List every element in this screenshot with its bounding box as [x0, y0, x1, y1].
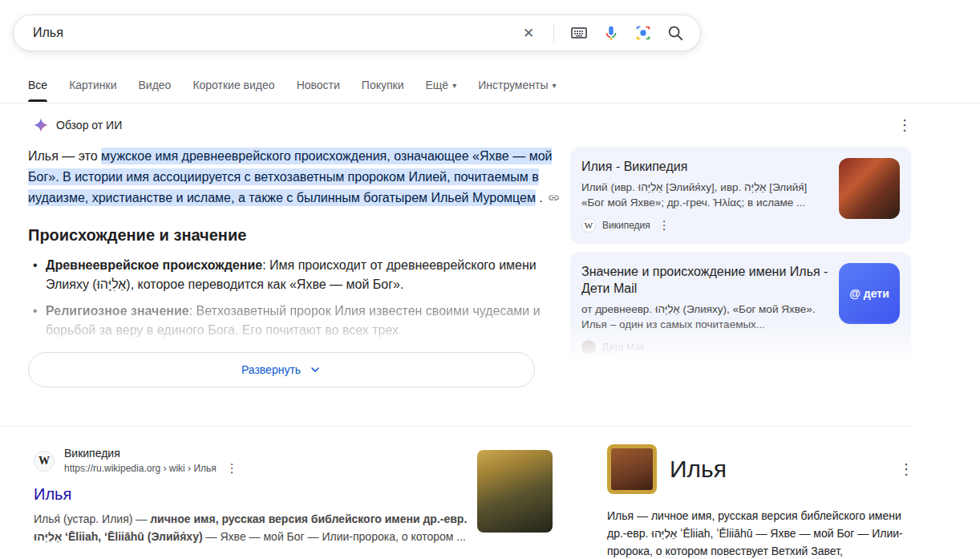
clear-icon[interactable]: ✕: [515, 19, 542, 47]
card-thumbnail-icon-painting[interactable]: [839, 158, 900, 219]
tab-news[interactable]: Новости: [297, 74, 340, 102]
tab-short-videos[interactable]: Короткие видео: [192, 74, 274, 102]
wikipedia-favicon: W: [581, 218, 596, 233]
clear-x-glyph: ✕: [523, 26, 534, 40]
search-results-page: Илья ✕: [0, 0, 980, 559]
keyboard-glyph: [569, 23, 589, 43]
result-site-block: Википедия https://ru.wikipedia.org › wik…: [64, 446, 238, 476]
tab-tools[interactable]: Инструменты▾: [478, 74, 556, 102]
card-body: Значение и происхождение имени Илья - Де…: [581, 263, 829, 354]
tab-label: Инструменты: [478, 79, 548, 91]
ai-text-after: .: [536, 191, 543, 205]
result-thumbnail-muromets-painting[interactable]: [477, 450, 553, 533]
tab-shopping[interactable]: Покупки: [362, 74, 404, 102]
tabs-divider: [0, 103, 980, 103]
card-snippet: от древнеевр. אֵלִיָּהוּ (Элияху), «Бог …: [581, 302, 829, 332]
card-title[interactable]: Значение и происхождение имени Илья - Де…: [581, 263, 829, 297]
snippet-post: — Яхве — мой Бог — Илии-пророка, о котор…: [203, 530, 466, 543]
tab-label: Новости: [297, 79, 340, 91]
result-url-row: https://ru.wikipedia.org › wiki › Илья ⋮: [64, 461, 238, 476]
favicon-letter: W: [38, 455, 50, 468]
tab-all[interactable]: Все: [28, 74, 47, 102]
ai-text-highlighted-citation[interactable]: мужское имя древнееврейского происхожден…: [28, 148, 552, 206]
card-title[interactable]: Илия - Википедия: [581, 158, 829, 175]
tab-images[interactable]: Картинки: [69, 74, 116, 102]
microphone-glyph: [602, 24, 620, 42]
logo-text: @ дети: [849, 287, 889, 300]
ai-overview-label: Обзор от ИИ: [56, 119, 122, 132]
tab-label: Все: [28, 79, 47, 91]
expand-button-label: Развернуть: [241, 363, 301, 376]
tab-more[interactable]: Ещё▾: [426, 74, 457, 102]
knowledge-panel-title: Илья: [670, 456, 727, 483]
ai-sparkle-icon: [34, 118, 48, 132]
card-source-row: W Википедия ⋮: [581, 218, 829, 233]
list-item: Религиозное значение: Ветхозаветный прор…: [28, 302, 570, 339]
chevron-down-icon: [309, 363, 322, 376]
result-url[interactable]: https://ru.wikipedia.org › wiki › Илья: [64, 463, 217, 474]
bullet-bold-lead: Древнееврейское происхождение: [46, 258, 262, 272]
knowledge-panel-image-icon-painting[interactable]: [607, 444, 657, 494]
tab-label: Видео: [138, 79, 171, 91]
ai-overview-body: Илья — это мужское имя древнееврейского …: [28, 146, 570, 387]
bullet-bold-lead: Религиозное значение: [46, 304, 189, 318]
knowledge-panel: Илья ⋮ Илья — личное имя, русская версия…: [607, 444, 913, 559]
snippet-pre: Илья́ (устар. Илия) —: [34, 512, 150, 525]
section-divider: [0, 426, 911, 427]
tab-label: Ещё: [426, 79, 449, 91]
result-tabs: Все Картинки Видео Короткие видео Новост…: [28, 74, 557, 102]
search-bar[interactable]: Илья ✕: [13, 14, 701, 51]
expand-ai-overview-button[interactable]: Развернуть: [28, 352, 535, 387]
lens-camera-icon[interactable]: [630, 19, 657, 47]
result-snippet: Илья́ (устар. Илия) — личное имя, русска…: [34, 510, 476, 545]
deti-mail-favicon: [581, 340, 596, 354]
tab-label: Короткие видео: [192, 79, 274, 91]
deti-mail-logo[interactable]: @ дети: [839, 263, 900, 324]
citation-link-icon[interactable]: [548, 189, 560, 210]
ai-overview-text: Илья — это мужское имя древнееврейского …: [28, 146, 570, 210]
card-source-name: Википедия: [602, 220, 650, 231]
ai-more-options-icon[interactable]: ⋮: [897, 118, 912, 132]
tab-label: Покупки: [362, 79, 404, 91]
lens-glyph: [634, 24, 652, 42]
search-input[interactable]: Илья: [33, 26, 515, 40]
ai-source-cards: Илия - Википедия Илий (ивр. אֵלִיָּהוּ […: [570, 147, 911, 366]
more-options-icon[interactable]: ⋮: [658, 218, 670, 233]
ai-source-card-deti-mail[interactable]: Значение и происхождение имени Илья - Де…: [570, 252, 911, 366]
search-bar-icons: ✕: [515, 19, 689, 47]
ai-bullet-list: Древнееврейское происхождение: Имя проис…: [28, 256, 570, 339]
result-site-name[interactable]: Википедия: [64, 446, 238, 460]
origin-section-heading: Происхождение и значение: [28, 226, 570, 245]
card-source-name: Дети Mail: [602, 342, 644, 353]
search-glyph: [666, 24, 684, 42]
chevron-down-icon: ▾: [452, 81, 456, 90]
tab-label: Картинки: [69, 79, 116, 91]
ai-text-intro: Илья — это: [28, 149, 101, 163]
organic-result-wikipedia: W Википедия https://ru.wikipedia.org › w…: [34, 446, 476, 545]
knowledge-panel-header: Илья ⋮: [607, 444, 913, 494]
ai-source-card-wikipedia[interactable]: Илия - Википедия Илий (ивр. אֵלִיָּהוּ […: [570, 147, 911, 244]
card-body: Илия - Википедия Илий (ивр. אֵלִיָּהוּ […: [581, 158, 829, 233]
chevron-down-icon: ▾: [552, 81, 556, 90]
keyboard-icon[interactable]: [565, 19, 593, 47]
wikipedia-favicon: W: [34, 451, 55, 472]
knowledge-panel-more-options-icon[interactable]: ⋮: [899, 462, 913, 476]
ai-overview-header: Обзор от ИИ: [34, 118, 122, 132]
list-item: Древнееврейское происхождение: Имя проис…: [28, 256, 570, 294]
card-snippet: Илий (ивр. אֵלִיָּהוּ [Элийя́ху], ивр. א…: [581, 180, 829, 210]
result-title-link[interactable]: Илья: [34, 485, 476, 504]
card-source-row: Дети Mail: [581, 340, 829, 354]
search-icon[interactable]: [662, 19, 689, 47]
favicon-letter: W: [585, 221, 593, 230]
more-options-icon[interactable]: ⋮: [226, 461, 238, 476]
knowledge-panel-description: Илья — личное имя, русская версия библей…: [607, 507, 913, 559]
tab-videos[interactable]: Видео: [138, 74, 171, 102]
result-header[interactable]: W Википедия https://ru.wikipedia.org › w…: [34, 446, 476, 476]
microphone-icon[interactable]: [597, 19, 625, 47]
divider: [553, 23, 554, 43]
